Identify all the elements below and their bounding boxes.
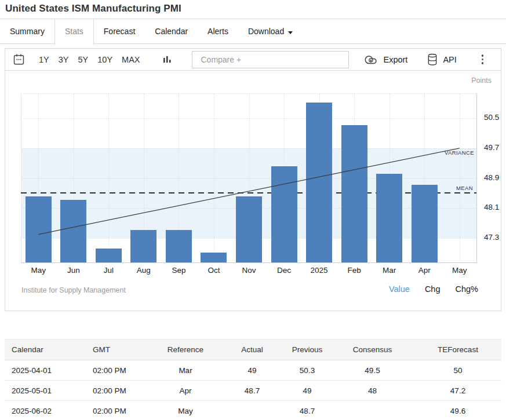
table-cell: May bbox=[151, 401, 220, 420]
column-header-reference: Reference bbox=[151, 339, 220, 360]
date-range-calendar-button[interactable] bbox=[13, 53, 25, 65]
table-cell: 50.3 bbox=[284, 360, 330, 381]
column-chart-icon bbox=[162, 54, 172, 65]
table-cell: 49.5 bbox=[330, 360, 414, 381]
table-row: 2025-06-0202:00 PMMay48.749.6 bbox=[5, 401, 501, 420]
chart-toolbar: 1Y3Y5Y10YMAX Export API bbox=[5, 49, 501, 71]
table-cell bbox=[220, 401, 284, 420]
x-axis-label: Dec bbox=[266, 266, 302, 275]
x-axis-label: Jul bbox=[90, 266, 126, 275]
x-axis-label: May bbox=[442, 266, 478, 275]
table-cell: 50 bbox=[414, 360, 501, 381]
table-cell: 02:00 PM bbox=[86, 401, 151, 420]
table-row: 2025-05-0102:00 PMApr48.7494847.2 bbox=[5, 381, 501, 401]
table-body: 2025-04-0102:00 PMMar4950.349.5502025-05… bbox=[5, 360, 501, 420]
tab-summary[interactable]: Summary bbox=[0, 19, 55, 43]
x-axis-label: Apr bbox=[406, 266, 442, 275]
range-button-1y[interactable]: 1Y bbox=[39, 55, 49, 64]
x-axis-label: Feb bbox=[336, 266, 372, 275]
column-header-teforecast: TEForecast bbox=[414, 339, 501, 360]
database-icon bbox=[427, 53, 438, 66]
variance-annotation: VARIANCE bbox=[445, 149, 474, 156]
y-axis-tick: 48.9 bbox=[484, 173, 499, 182]
column-header-calendar: Calendar bbox=[5, 339, 86, 360]
kebab-menu-icon[interactable] bbox=[480, 52, 486, 67]
y-axis-tick: 47.3 bbox=[484, 233, 499, 242]
x-axis-label: May bbox=[20, 266, 56, 275]
title-bar: United States ISM Manufacturing PMI bbox=[0, 0, 506, 19]
range-group: 1Y3Y5Y10YMAX bbox=[39, 55, 140, 64]
x-axis-label: Nov bbox=[231, 266, 267, 275]
tab-label: Calendar bbox=[155, 27, 188, 36]
table-cell: 02:00 PM bbox=[86, 360, 151, 381]
y-axis-labels: 50.549.748.948.147.3 bbox=[482, 93, 506, 263]
column-header-gmt: GMT bbox=[86, 339, 151, 360]
x-axis-label: Aug bbox=[126, 266, 162, 275]
chart-link-chgpct[interactable]: Chg% bbox=[456, 284, 479, 294]
table-row: 2025-04-0102:00 PMMar4950.349.550 bbox=[5, 360, 501, 381]
plot-bottom-axis bbox=[21, 262, 477, 263]
export-button[interactable]: Export bbox=[363, 53, 407, 65]
table-cell: 48.7 bbox=[220, 381, 284, 401]
x-axis-label: Jun bbox=[56, 266, 92, 275]
x-axis-label: Sep bbox=[161, 266, 196, 275]
plot-area: VARIANCE MEAN bbox=[21, 93, 477, 263]
calendar-icon bbox=[13, 53, 25, 65]
chart-source-label: Institute for Supply Management bbox=[21, 286, 126, 294]
x-axis-label: Oct bbox=[196, 266, 232, 275]
chart-link-chg[interactable]: Chg bbox=[425, 284, 441, 294]
table-cell: 48.7 bbox=[284, 401, 330, 420]
table-cell: Apr bbox=[151, 381, 220, 401]
column-header-previous: Previous bbox=[284, 339, 330, 360]
trend-line bbox=[21, 94, 477, 264]
plot-right-axis bbox=[476, 94, 477, 263]
table-cell: 49.6 bbox=[414, 401, 501, 420]
export-label: Export bbox=[383, 55, 407, 64]
tab-label: Stats bbox=[65, 27, 83, 36]
table-cell: 48 bbox=[330, 381, 414, 401]
x-axis-label: 2025 bbox=[301, 266, 337, 275]
compare-input[interactable] bbox=[192, 51, 349, 68]
tab-stats[interactable]: Stats bbox=[55, 19, 94, 43]
table-cell: 2025-04-01 bbox=[5, 360, 86, 381]
y-axis-tick: 50.5 bbox=[484, 113, 499, 122]
range-button-5y[interactable]: 5Y bbox=[78, 55, 89, 64]
x-axis-labels: MayJunJulAugSepOctNovDec2025FebMarAprMay bbox=[21, 266, 477, 276]
table-cell: Mar bbox=[151, 360, 220, 381]
table-cell: 02:00 PM bbox=[86, 381, 151, 401]
range-button-10y[interactable]: 10Y bbox=[97, 55, 112, 64]
tab-alerts[interactable]: Alerts bbox=[198, 19, 238, 43]
cloud-download-icon bbox=[363, 53, 378, 65]
tab-label: Download bbox=[248, 27, 284, 36]
column-header-actual: Actual bbox=[220, 339, 284, 360]
tab-calendar[interactable]: Calendar bbox=[145, 19, 198, 43]
table-cell: 2025-05-01 bbox=[5, 381, 86, 401]
chart-section: Points VARIANCE MEAN 50.549.748.948.147.… bbox=[5, 71, 501, 311]
table-cell: 49 bbox=[284, 381, 330, 401]
range-button-max[interactable]: MAX bbox=[122, 55, 140, 64]
y-axis-unit-label: Points bbox=[471, 76, 492, 85]
chart-link-value[interactable]: Value bbox=[389, 284, 410, 294]
column-header-consensus: Consensus bbox=[330, 339, 414, 360]
api-button[interactable]: API bbox=[427, 53, 456, 66]
chart-type-button[interactable] bbox=[162, 54, 172, 65]
y-axis-tick: 48.1 bbox=[484, 203, 499, 211]
table-cell: 49 bbox=[220, 360, 284, 381]
table-cell bbox=[330, 401, 414, 420]
tab-forecast[interactable]: Forecast bbox=[94, 19, 145, 43]
x-axis-label: Mar bbox=[372, 266, 407, 275]
mean-annotation: MEAN bbox=[456, 185, 473, 191]
api-label: API bbox=[443, 55, 456, 64]
page-title: United States ISM Manufacturing PMI bbox=[5, 3, 501, 14]
y-axis-tick: 49.7 bbox=[484, 143, 499, 152]
tab-label: Summary bbox=[10, 27, 45, 36]
tab-label: Forecast bbox=[104, 27, 135, 36]
table-cell: 2025-06-02 bbox=[5, 401, 86, 420]
tab-download[interactable]: Download bbox=[238, 19, 303, 43]
caret-down-icon bbox=[288, 31, 293, 34]
table-cell: 47.2 bbox=[414, 381, 501, 401]
range-button-3y[interactable]: 3Y bbox=[59, 55, 69, 64]
tab-bar: SummaryStatsForecastCalendarAlertsDownlo… bbox=[0, 19, 506, 44]
table-header-row: CalendarGMTReferenceActualPreviousConsen… bbox=[5, 339, 501, 360]
chart-mode-links: ValueChgChg% bbox=[389, 284, 478, 294]
